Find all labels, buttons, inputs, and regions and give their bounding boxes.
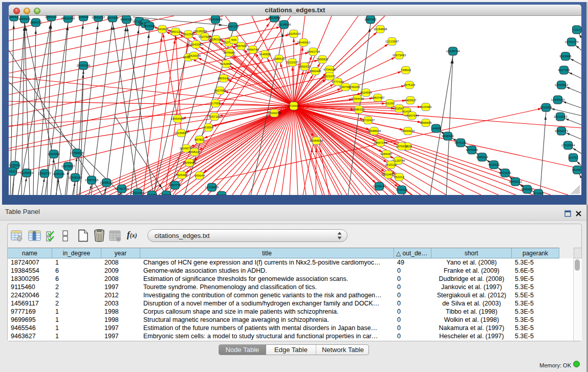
svg-text:9463627: 9463627: [404, 99, 417, 102]
svg-text:109748: 109748: [161, 193, 172, 195]
svg-text:9267110: 9267110: [209, 115, 221, 118]
svg-text:20364436: 20364436: [351, 97, 364, 100]
svg-text:1615112: 1615112: [385, 163, 398, 166]
svg-text:9427552: 9427552: [214, 89, 226, 92]
svg-text:962450: 962450: [572, 168, 581, 171]
svg-text:887831: 887831: [194, 138, 205, 141]
svg-text:19218506: 19218506: [277, 23, 291, 26]
svg-text:7515546: 7515546: [143, 25, 156, 28]
svg-text:10553257: 10553257: [92, 16, 105, 19]
svg-text:1733426: 1733426: [396, 188, 408, 191]
svg-text:19166827: 19166827: [175, 132, 188, 135]
svg-text:6734028: 6734028: [323, 68, 336, 71]
svg-text:994502: 994502: [216, 194, 227, 195]
svg-text:746266: 746266: [350, 85, 360, 89]
svg-text:16648784: 16648784: [446, 50, 460, 53]
svg-text:12444159: 12444159: [551, 98, 565, 101]
svg-text:5322037: 5322037: [286, 61, 298, 64]
svg-text:9146821: 9146821: [259, 53, 271, 56]
svg-text:22420046: 22420046: [187, 54, 201, 57]
svg-text:10973493: 10973493: [393, 54, 406, 57]
svg-text:9245652: 9245652: [521, 188, 533, 191]
svg-text:7632621: 7632621: [488, 163, 500, 166]
svg-text:7955812: 7955812: [316, 58, 329, 61]
svg-text:8813054: 8813054: [268, 16, 280, 19]
svg-text:16053809: 16053809: [209, 18, 223, 21]
svg-text:17359928: 17359928: [70, 151, 84, 155]
svg-text:18524851: 18524851: [382, 173, 396, 176]
svg-text:2069140: 2069140: [45, 15, 57, 18]
svg-text:14654923: 14654923: [401, 129, 415, 133]
svg-text:252214: 252214: [394, 176, 405, 179]
svg-text:62160: 62160: [386, 102, 395, 105]
svg-text:8454749: 8454749: [247, 48, 259, 51]
svg-text:939114: 939114: [9, 170, 17, 173]
svg-text:2687682: 2687682: [364, 18, 377, 21]
svg-text:9227343: 9227343: [558, 69, 570, 72]
svg-text:16961758: 16961758: [307, 50, 320, 53]
svg-text:8990448: 8990448: [309, 70, 321, 73]
svg-text:1805572: 1805572: [30, 21, 42, 24]
svg-text:8471676: 8471676: [499, 171, 511, 174]
svg-text:1405571: 1405571: [18, 17, 31, 20]
svg-text:14957944: 14957944: [405, 114, 419, 117]
svg-text:105532: 105532: [78, 15, 89, 18]
svg-text:12923448: 12923448: [131, 191, 145, 194]
svg-text:10210643: 10210643: [554, 115, 568, 118]
svg-text:20691406: 20691406: [61, 17, 75, 20]
svg-text:116753: 116753: [568, 156, 578, 159]
svg-text:144095: 144095: [431, 127, 442, 130]
svg-text:9938923: 9938923: [442, 135, 454, 138]
svg-text:9657771: 9657771: [169, 184, 181, 187]
svg-text:917006: 917006: [210, 102, 221, 105]
svg-text:1335001: 1335001: [9, 164, 21, 167]
svg-text:1588520: 1588520: [273, 57, 285, 60]
svg-text:18099489: 18099489: [183, 161, 197, 164]
svg-text:18051: 18051: [10, 15, 18, 18]
svg-text:12213967: 12213967: [385, 40, 399, 43]
svg-text:891295: 891295: [183, 33, 194, 36]
svg-text:10975857: 10975857: [61, 165, 75, 168]
svg-text:12942737: 12942737: [38, 172, 52, 175]
svg-text:9327506: 9327506: [199, 35, 211, 38]
svg-text:8498222: 8498222: [188, 150, 201, 154]
svg-text:9115460: 9115460: [420, 105, 432, 108]
svg-text:1562615: 1562615: [298, 65, 311, 68]
svg-text:17016504: 17016504: [561, 144, 575, 147]
svg-text:9899695: 9899695: [420, 121, 432, 124]
svg-text:7986322: 7986322: [353, 108, 365, 111]
svg-text:3875685: 3875685: [223, 51, 235, 54]
svg-text:7625402: 7625402: [176, 173, 188, 177]
svg-text:10958107: 10958107: [100, 181, 114, 184]
svg-text:3624554: 3624554: [360, 91, 372, 94]
svg-text:19384554: 19384554: [310, 139, 323, 142]
svg-text:14325419: 14325419: [287, 32, 301, 35]
svg-text:2975115: 2975115: [404, 83, 416, 86]
svg-text:6479197: 6479197: [454, 141, 467, 144]
svg-text:18300295: 18300295: [268, 112, 281, 115]
svg-text:16543382: 16543382: [189, 43, 203, 46]
svg-text:18807249: 18807249: [374, 141, 387, 144]
svg-text:9474444: 9474444: [466, 148, 478, 151]
svg-text:19654985: 19654985: [171, 117, 185, 120]
svg-text:10654112: 10654112: [509, 180, 522, 183]
svg-text:12505185: 12505185: [69, 176, 82, 179]
svg-text:9329966: 9329966: [559, 55, 572, 58]
svg-text:1621072: 1621072: [323, 75, 336, 78]
svg-text:10807487: 10807487: [371, 96, 385, 99]
svg-text:15751074: 15751074: [565, 40, 579, 43]
svg-text:6466160: 6466160: [120, 18, 133, 21]
svg-text:1724007: 1724007: [288, 104, 300, 107]
svg-text:9242845: 9242845: [220, 62, 232, 65]
svg-text:2935114: 2935114: [476, 156, 489, 159]
svg-text:1212: 1212: [573, 28, 580, 31]
svg-text:453594: 453594: [203, 126, 214, 129]
svg-text:169144: 169144: [194, 174, 205, 177]
svg-text:14136141: 14136141: [373, 185, 386, 188]
svg-text:15692971: 15692971: [555, 129, 569, 133]
svg-text:997258: 997258: [147, 193, 158, 195]
svg-text:1527602: 1527602: [106, 16, 119, 19]
svg-text:9084067: 9084067: [380, 152, 393, 156]
svg-text:7663822: 7663822: [156, 28, 168, 31]
svg-text:17957255: 17957255: [85, 179, 99, 182]
